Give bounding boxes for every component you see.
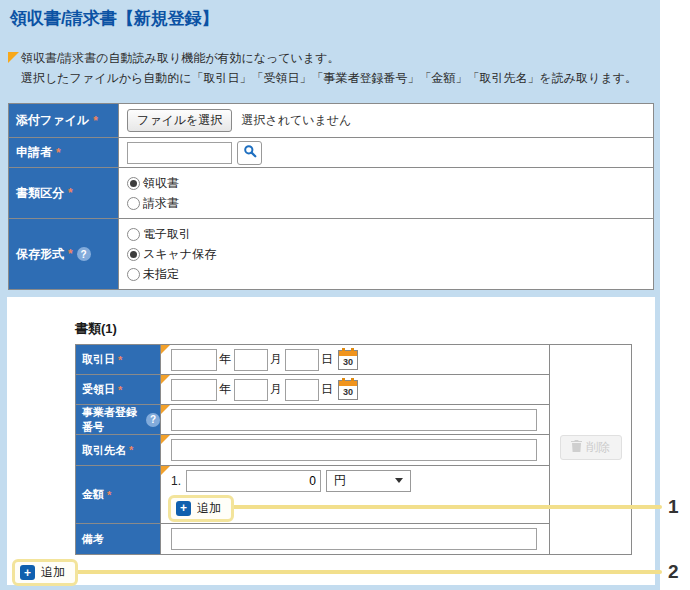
save-format-radio-group: 電子取引 スキャナ保存 未指定 (127, 226, 216, 283)
auto-read-marker-icon (161, 375, 170, 384)
amount-label-cell: 金額 * (76, 466, 161, 523)
callout-line-1 (222, 505, 662, 509)
add-document-button-label: 追加 (41, 564, 65, 581)
plus-icon: + (176, 501, 191, 516)
radio-option-electronic[interactable]: 電子取引 (127, 226, 216, 243)
save-format-row: 保存形式 * ? 電子取引 スキャナ保存 未指定 (9, 219, 653, 289)
currency-select[interactable]: 円 (326, 470, 411, 492)
amount-row: 金額 * 1. 円 + (76, 466, 549, 524)
doc-class-label: 書類区分 (16, 185, 64, 202)
amount-input[interactable] (186, 470, 321, 492)
attachment-row: 添付ファイル * ファイルを選択 選択されていません (9, 104, 653, 138)
radio-icon-selected[interactable] (127, 248, 140, 261)
receipt-date-label: 受領日 (82, 382, 115, 397)
callout-line-2 (72, 570, 662, 574)
auto-read-marker-icon (161, 466, 170, 475)
receipt-day-input[interactable] (285, 379, 319, 401)
vendor-name-label-cell: 取引先名 * (76, 435, 161, 465)
radio-label: 領収書 (143, 175, 179, 192)
document-table: 取引日 * 年 月 日 30 (75, 344, 632, 555)
year-unit-label: 年 (219, 351, 231, 368)
add-amount-button-label: 追加 (197, 500, 221, 517)
save-format-label-cell: 保存形式 * ? (9, 219, 119, 289)
transaction-month-input[interactable] (234, 349, 268, 371)
required-mark: * (107, 489, 111, 501)
required-mark: * (129, 444, 133, 456)
amount-index-label: 1. (171, 474, 181, 488)
year-unit-label: 年 (219, 381, 231, 398)
notes-label-cell: 備考 (76, 524, 161, 554)
search-icon (243, 144, 257, 161)
vendor-name-input[interactable] (171, 439, 537, 461)
radio-option-invoice[interactable]: 請求書 (127, 195, 179, 212)
applicant-label: 申請者 (16, 144, 52, 161)
radio-icon[interactable] (127, 228, 140, 241)
transaction-year-input[interactable] (171, 349, 217, 371)
auto-read-marker-icon (161, 435, 170, 444)
notes-row: 備考 (76, 524, 549, 554)
main-form-table: 添付ファイル * ファイルを選択 選択されていません 申請者 * (8, 103, 654, 290)
receipt-year-input[interactable] (171, 379, 217, 401)
calendar-icon[interactable]: 30 (338, 380, 358, 400)
delete-button-label: 削除 (586, 439, 610, 456)
document-section-heading: 書類(1) (75, 320, 117, 338)
applicant-label-cell: 申請者 * (9, 138, 119, 167)
required-mark: * (118, 354, 122, 366)
radio-option-receipt[interactable]: 領収書 (127, 175, 179, 192)
required-mark: * (118, 384, 122, 396)
business-number-input[interactable] (171, 409, 537, 431)
notice-flag-icon (8, 52, 19, 63)
required-mark: * (68, 186, 73, 200)
auto-read-notice: 領収書/請求書の自動読み取り機能が有効になっています。 選択したファイルから自動… (8, 49, 653, 89)
auto-read-marker-icon (161, 345, 170, 354)
day-unit-label: 日 (321, 381, 333, 398)
amount-label: 金額 (82, 487, 104, 502)
applicant-input[interactable] (127, 142, 232, 164)
receipt-month-input[interactable] (234, 379, 268, 401)
radio-option-unspecified[interactable]: 未指定 (127, 266, 216, 283)
receipt-date-label-cell: 受領日 * (76, 375, 161, 404)
radio-label: 未指定 (143, 266, 179, 283)
radio-label: 請求書 (143, 195, 179, 212)
radio-icon[interactable] (127, 197, 140, 210)
business-number-row: 事業者登録番号 ? (76, 405, 549, 435)
applicant-search-button[interactable] (237, 141, 262, 165)
doc-class-radio-group: 領収書 請求書 (127, 175, 179, 212)
radio-option-scanner[interactable]: スキャナ保存 (127, 246, 216, 263)
callout-number-1: 1 (668, 496, 679, 518)
transaction-date-label: 取引日 (82, 352, 115, 367)
required-mark: * (56, 146, 61, 160)
add-amount-button[interactable]: + 追加 (176, 500, 221, 517)
radio-icon[interactable] (127, 268, 140, 281)
help-icon[interactable]: ? (146, 413, 160, 427)
day-unit-label: 日 (321, 351, 333, 368)
callout-number-2: 2 (668, 561, 679, 583)
file-status-text: 選択されていません (241, 112, 351, 129)
radio-icon-selected[interactable] (127, 177, 140, 190)
radio-label: スキャナ保存 (143, 246, 216, 263)
add-document-callout-box: + 追加 (12, 559, 78, 586)
page-title: 領収書/請求書【新規登録】 (10, 7, 219, 30)
transaction-day-input[interactable] (285, 349, 319, 371)
receipt-invoice-registration-page: 領収書/請求書【新規登録】 領収書/請求書の自動読み取り機能が有効になっています… (0, 0, 690, 590)
doc-class-label-cell: 書類区分 * (9, 168, 119, 218)
add-document-button[interactable]: + 追加 (20, 564, 65, 581)
calendar-icon[interactable]: 30 (338, 350, 358, 370)
notice-line-2: 選択したファイルから自動的に「取引日」「受領日」「事業者登録番号」「金額」「取引… (21, 69, 653, 89)
notes-label: 備考 (82, 532, 104, 547)
chevron-down-icon (395, 478, 403, 483)
notice-line-1: 領収書/請求書の自動読み取り機能が有効になっています。 (21, 49, 653, 69)
help-icon[interactable]: ? (77, 247, 91, 261)
transaction-date-row: 取引日 * 年 月 日 30 (76, 345, 549, 375)
file-select-button[interactable]: ファイルを選択 (127, 109, 232, 132)
required-mark: * (93, 114, 98, 128)
save-format-label: 保存形式 (16, 246, 64, 263)
notes-input[interactable] (171, 528, 537, 550)
add-amount-callout-box: + 追加 (168, 495, 234, 522)
required-mark: * (68, 247, 73, 261)
vendor-name-row: 取引先名 * (76, 435, 549, 466)
delete-document-button[interactable]: 削除 (560, 435, 622, 460)
trash-icon (571, 440, 582, 455)
radio-label: 電子取引 (143, 226, 191, 243)
auto-read-marker-icon (161, 405, 170, 414)
